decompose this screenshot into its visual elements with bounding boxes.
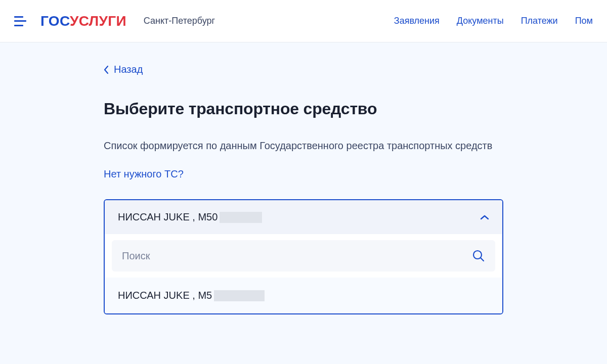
chevron-up-icon [480, 215, 489, 220]
dropdown-option[interactable]: НИССАН JUKE , М5 [105, 278, 502, 313]
page-title: Выберите транспортное средство [104, 100, 503, 118]
main-nav: Заявления Документы Платежи Пом [394, 16, 593, 26]
logo[interactable]: ГОСУСЛУГИ [40, 13, 126, 29]
page-description: Список формируется по данным Государстве… [104, 139, 503, 153]
logo-text-blue: ГОС [40, 13, 70, 29]
redacted-block [214, 290, 265, 301]
menu-icon[interactable] [14, 16, 26, 26]
option-text-prefix: НИССАН JUKE , М5 [118, 290, 212, 301]
dropdown-search-box [112, 240, 495, 271]
dropdown-selected-text: НИССАН JUKE , М50 [118, 211, 262, 223]
nav-applications[interactable]: Заявления [394, 16, 440, 26]
back-link[interactable]: Назад [104, 64, 143, 75]
search-icon [472, 249, 485, 262]
dropdown-selected[interactable]: НИССАН JUKE , М50 [105, 200, 502, 234]
header: ГОСУСЛУГИ Санкт-Петербург Заявления Доку… [0, 0, 607, 42]
selected-text-prefix: НИССАН JUKE , М50 [118, 211, 218, 223]
help-link[interactable]: Нет нужного ТС? [104, 168, 184, 180]
dropdown-search-row [105, 234, 502, 278]
vehicle-dropdown: НИССАН JUKE , М50 НИССАН JUKE , М5 [104, 199, 503, 314]
search-input[interactable] [122, 250, 472, 262]
logo-text-red: УСЛУГИ [70, 13, 126, 29]
back-label: Назад [114, 64, 143, 75]
redacted-block [220, 212, 262, 223]
nav-documents[interactable]: Документы [457, 16, 504, 26]
city-selector[interactable]: Санкт-Петербург [144, 16, 215, 26]
main-content: Назад Выберите транспортное средство Спи… [104, 42, 503, 314]
chevron-left-icon [104, 65, 109, 74]
nav-help[interactable]: Пом [575, 16, 593, 26]
nav-payments[interactable]: Платежи [521, 16, 558, 26]
